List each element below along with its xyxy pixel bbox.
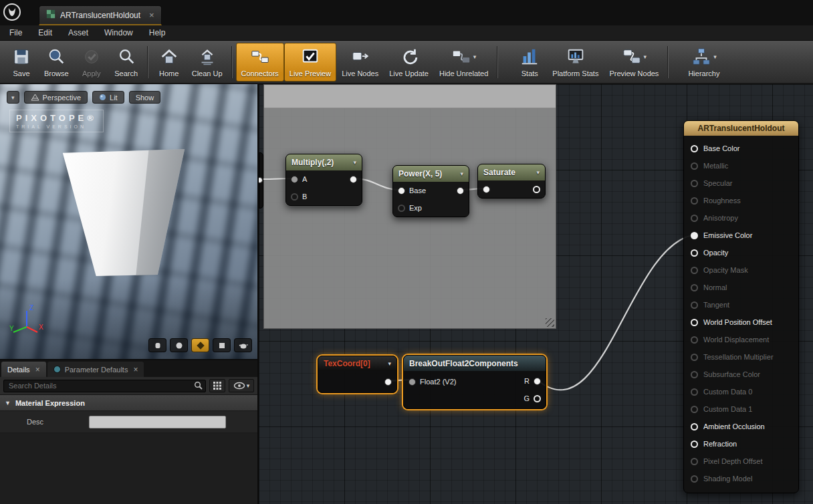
show-button[interactable]: Show	[129, 91, 161, 104]
output-pin[interactable]	[257, 177, 263, 183]
node-texcoord-header[interactable]: TexCoord[0] ▾	[318, 356, 396, 371]
chevron-down-icon[interactable]: ▾	[536, 169, 540, 176]
material-node-header[interactable]: ARTranslucentHoldout	[684, 121, 798, 136]
close-icon[interactable]: ×	[149, 10, 154, 20]
node-power-header[interactable]: Power(X, 5) ▾	[393, 166, 469, 182]
material-pin-opacity[interactable]: Opacity	[684, 244, 798, 261]
material-graph[interactable]: Multiply(,2) ▾ A B Power(X, 5) ▾	[257, 84, 813, 504]
material-pin-ambient-occlusion[interactable]: Ambient Occlusion	[684, 418, 798, 435]
material-pin-custom-data-0[interactable]: Custom Data 0	[684, 383, 798, 400]
connectors-toggle[interactable]: Connectors	[236, 43, 284, 82]
pin-icon[interactable]	[691, 267, 698, 274]
preview-shape-cube-button[interactable]	[213, 338, 231, 352]
hide-unrelated-toggle[interactable]: ▾ Hide Unrelated	[434, 43, 493, 82]
material-pin-opacity-mask[interactable]: Opacity Mask	[684, 261, 798, 279]
material-pin-custom-data-1[interactable]: Custom Data 1	[684, 400, 798, 418]
asset-tab[interactable]: ARTranslucentHoldout ×	[39, 5, 162, 25]
node-saturate[interactable]: Saturate ▾	[477, 164, 546, 199]
browse-button[interactable]: Browse	[39, 43, 74, 82]
search-button[interactable]: Search	[109, 43, 144, 82]
preview-shape-teapot-button[interactable]	[234, 338, 252, 352]
node-saturate-header[interactable]: Saturate ▾	[478, 164, 545, 180]
output-pin[interactable]	[350, 176, 357, 183]
tab-parameter-defaults[interactable]: Parameter Defaults ×	[47, 362, 144, 377]
preview-shape-sphere-button[interactable]	[170, 338, 188, 352]
pin-icon[interactable]	[691, 301, 698, 309]
comment-resize-handle[interactable]	[546, 318, 554, 327]
clean-up-button[interactable]: Clean Up	[187, 43, 228, 82]
material-pin-pixel-depth-offset[interactable]: Pixel Depth Offset	[684, 453, 798, 470]
output-pin[interactable]	[457, 187, 464, 195]
platform-stats-toggle[interactable]: Platform Stats	[547, 43, 604, 82]
chevron-down-icon[interactable]: ▾	[713, 53, 717, 60]
pin-icon[interactable]	[691, 197, 698, 205]
tab-details[interactable]: Details ×	[1, 362, 46, 377]
stats-toggle[interactable]: Stats	[512, 43, 547, 82]
perspective-button[interactable]: Perspective	[24, 91, 88, 104]
menu-file[interactable]: File	[9, 28, 22, 37]
input-pin-exp[interactable]	[398, 205, 405, 212]
input-pin-base[interactable]	[398, 187, 405, 195]
pin-icon[interactable]	[691, 475, 698, 483]
viewport-options-button[interactable]: ▾	[7, 91, 19, 104]
node-breakout-header[interactable]: BreakOutFloat2Components	[404, 356, 546, 371]
live-nodes-toggle[interactable]: Live Nodes	[336, 43, 384, 82]
preview-viewport[interactable]: ▾ Perspective Lit Show PIXOTOPE®	[0, 84, 257, 359]
material-pin-emissive-color[interactable]: Emissive Color	[684, 227, 798, 244]
hierarchy-button[interactable]: ▾ Hierarchy	[683, 43, 725, 82]
menu-asset[interactable]: Asset	[68, 28, 88, 37]
category-expand-icon[interactable]: ▼	[5, 400, 11, 406]
pin-icon[interactable]	[691, 319, 698, 326]
pin-icon[interactable]	[691, 284, 698, 291]
node-texcoord[interactable]: TexCoord[0] ▾	[318, 356, 397, 393]
output-pin-r[interactable]	[534, 378, 541, 385]
chevron-down-icon[interactable]: ▾	[388, 360, 391, 367]
chevron-down-icon[interactable]: ▾	[644, 53, 647, 60]
material-expression-category[interactable]: ▼ Material Expression	[0, 395, 257, 411]
material-pin-shading-model[interactable]: Shading Model	[684, 470, 798, 487]
lit-button[interactable]: Lit	[92, 91, 124, 104]
material-pin-world-position-offset[interactable]: World Position Offset	[684, 313, 798, 331]
menu-help[interactable]: Help	[149, 28, 166, 37]
save-button[interactable]: Save	[4, 43, 39, 82]
menu-window[interactable]: Window	[104, 28, 133, 37]
pin-icon[interactable]	[691, 354, 698, 361]
close-icon[interactable]: ×	[35, 365, 40, 374]
pin-icon[interactable]	[691, 371, 698, 378]
pin-icon[interactable]	[691, 406, 698, 413]
preview-nodes-toggle[interactable]: ▾ Preview Nodes	[604, 43, 664, 82]
input-pin[interactable]	[483, 186, 490, 193]
live-preview-toggle[interactable]: Live Preview	[284, 43, 336, 82]
menu-edit[interactable]: Edit	[38, 28, 52, 37]
preview-shape-cylinder-button[interactable]	[148, 338, 166, 352]
node-multiply[interactable]: Multiply(,2) ▾ A B	[285, 154, 362, 206]
comment-box-header[interactable]	[264, 85, 556, 108]
node-power[interactable]: Power(X, 5) ▾ Base Exp	[392, 165, 469, 217]
material-pin-world-displacement[interactable]: World Displacement	[684, 331, 798, 348]
node-multiply-header[interactable]: Multiply(,2) ▾	[286, 154, 362, 170]
offscreen-node-edge[interactable]	[259, 152, 263, 209]
pin-icon[interactable]	[691, 162, 698, 170]
output-pin[interactable]	[384, 378, 392, 386]
node-material-result[interactable]: ARTranslucentHoldout Base ColorMetallicS…	[683, 120, 799, 493]
input-pin-a[interactable]	[291, 176, 298, 183]
home-button[interactable]: Home	[152, 43, 187, 82]
live-update-toggle[interactable]: Live Update	[384, 43, 434, 82]
chevron-down-icon[interactable]: ▾	[460, 170, 463, 177]
material-pin-tessellation-multiplier[interactable]: Tessellation Multiplier	[684, 348, 798, 366]
output-pin-g[interactable]	[534, 395, 541, 402]
material-pin-refraction[interactable]: Refraction	[684, 435, 798, 453]
chevron-down-icon[interactable]: ▾	[353, 159, 356, 166]
details-view-options-button[interactable]	[209, 379, 225, 392]
material-pin-anisotropy[interactable]: Anisotropy	[684, 209, 798, 227]
pin-icon[interactable]	[691, 423, 698, 430]
pin-icon[interactable]	[691, 440, 698, 448]
output-pin[interactable]	[533, 186, 540, 193]
preview-shape-plane-button[interactable]	[191, 338, 209, 352]
pin-icon[interactable]	[691, 145, 698, 152]
material-pin-specular[interactable]: Specular	[684, 174, 798, 192]
pin-icon[interactable]	[691, 388, 698, 396]
input-pin-b[interactable]	[291, 193, 298, 201]
material-pin-metallic[interactable]: Metallic	[684, 157, 798, 174]
search-details-input[interactable]	[3, 380, 206, 392]
